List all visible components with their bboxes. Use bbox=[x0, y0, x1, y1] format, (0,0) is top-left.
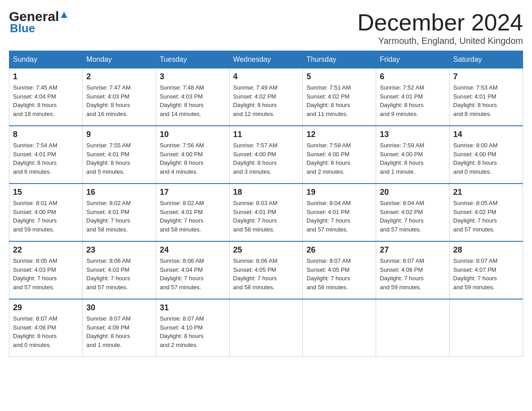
day-info: Sunrise: 8:07 AMSunset: 4:10 PMDaylight:… bbox=[160, 314, 226, 349]
day-info: Sunrise: 8:03 AMSunset: 4:01 PMDaylight:… bbox=[233, 199, 299, 234]
calendar-cell: 24 Sunrise: 8:06 AMSunset: 4:04 PMDaylig… bbox=[156, 241, 229, 299]
day-info: Sunrise: 8:07 AMSunset: 4:09 PMDaylight:… bbox=[86, 314, 152, 349]
day-info: Sunrise: 8:06 AMSunset: 4:05 PMDaylight:… bbox=[233, 257, 299, 291]
svg-marker-0 bbox=[61, 12, 67, 18]
calendar-cell bbox=[303, 299, 376, 357]
day-number: 23 bbox=[86, 245, 152, 255]
day-number: 1 bbox=[13, 72, 79, 81]
calendar-cell: 30 Sunrise: 8:07 AMSunset: 4:09 PMDaylig… bbox=[82, 299, 156, 357]
calendar-cell: 2 Sunrise: 7:47 AMSunset: 4:03 PMDayligh… bbox=[82, 68, 156, 126]
day-number: 14 bbox=[453, 130, 519, 139]
calendar-cell: 19 Sunrise: 8:04 AMSunset: 4:01 PMDaylig… bbox=[303, 184, 376, 241]
calendar-cell: 14 Sunrise: 8:00 AMSunset: 4:00 PMDaylig… bbox=[450, 126, 523, 184]
day-info: Sunrise: 7:48 AMSunset: 4:03 PMDaylight:… bbox=[160, 83, 226, 118]
calendar-cell: 7 Sunrise: 7:53 AMSunset: 4:01 PMDayligh… bbox=[450, 68, 523, 126]
day-info: Sunrise: 8:04 AMSunset: 4:01 PMDaylight:… bbox=[306, 199, 372, 234]
day-number: 8 bbox=[13, 130, 79, 139]
day-info: Sunrise: 7:47 AMSunset: 4:03 PMDaylight:… bbox=[86, 83, 152, 118]
day-info: Sunrise: 8:02 AMSunset: 4:01 PMDaylight:… bbox=[86, 199, 152, 234]
calendar-cell bbox=[376, 299, 450, 357]
day-number: 11 bbox=[233, 130, 299, 139]
day-number: 4 bbox=[233, 72, 299, 81]
calendar-cell: 18 Sunrise: 8:03 AMSunset: 4:01 PMDaylig… bbox=[229, 184, 303, 241]
column-header-tuesday: Tuesday bbox=[156, 51, 229, 68]
calendar-cell bbox=[229, 299, 303, 357]
day-number: 24 bbox=[160, 245, 226, 255]
calendar-cell: 12 Sunrise: 7:58 AMSunset: 4:00 PMDaylig… bbox=[303, 126, 376, 184]
calendar-cell: 4 Sunrise: 7:49 AMSunset: 4:02 PMDayligh… bbox=[229, 68, 303, 126]
logo: General Blue bbox=[9, 9, 69, 35]
day-number: 5 bbox=[306, 72, 372, 81]
calendar-cell: 8 Sunrise: 7:54 AMSunset: 4:01 PMDayligh… bbox=[9, 126, 83, 184]
calendar-table: SundayMondayTuesdayWednesdayThursdayFrid… bbox=[9, 51, 523, 357]
day-info: Sunrise: 7:55 AMSunset: 4:01 PMDaylight:… bbox=[86, 141, 152, 176]
day-info: Sunrise: 8:04 AMSunset: 4:02 PMDaylight:… bbox=[380, 199, 446, 234]
column-header-thursday: Thursday bbox=[303, 51, 376, 68]
day-info: Sunrise: 8:07 AMSunset: 4:08 PMDaylight:… bbox=[13, 314, 79, 349]
column-header-monday: Monday bbox=[82, 51, 156, 68]
day-info: Sunrise: 8:00 AMSunset: 4:00 PMDaylight:… bbox=[453, 141, 519, 176]
day-number: 18 bbox=[233, 188, 299, 197]
week-row-3: 15 Sunrise: 8:01 AMSunset: 4:00 PMDaylig… bbox=[9, 184, 523, 241]
column-header-sunday: Sunday bbox=[9, 51, 83, 68]
logo-triangle-icon bbox=[59, 10, 69, 21]
day-number: 28 bbox=[453, 245, 519, 255]
calendar-cell: 11 Sunrise: 7:57 AMSunset: 4:00 PMDaylig… bbox=[229, 126, 303, 184]
calendar-cell: 9 Sunrise: 7:55 AMSunset: 4:01 PMDayligh… bbox=[82, 126, 156, 184]
location-subtitle: Yarmouth, England, United Kingdom bbox=[357, 36, 523, 46]
day-number: 30 bbox=[86, 303, 152, 313]
calendar-cell: 29 Sunrise: 8:07 AMSunset: 4:08 PMDaylig… bbox=[9, 299, 83, 357]
column-header-wednesday: Wednesday bbox=[229, 51, 303, 68]
day-number: 22 bbox=[13, 245, 79, 255]
day-number: 31 bbox=[160, 303, 226, 313]
day-info: Sunrise: 8:02 AMSunset: 4:01 PMDaylight:… bbox=[160, 199, 226, 234]
calendar-cell: 23 Sunrise: 8:06 AMSunset: 4:03 PMDaylig… bbox=[82, 241, 156, 299]
calendar-cell: 28 Sunrise: 8:07 AMSunset: 4:07 PMDaylig… bbox=[450, 241, 523, 299]
day-info: Sunrise: 8:06 AMSunset: 4:03 PMDaylight:… bbox=[86, 257, 152, 291]
day-info: Sunrise: 7:49 AMSunset: 4:02 PMDaylight:… bbox=[233, 83, 299, 118]
day-number: 6 bbox=[380, 72, 446, 81]
calendar-cell: 20 Sunrise: 8:04 AMSunset: 4:02 PMDaylig… bbox=[376, 184, 450, 241]
day-info: Sunrise: 8:07 AMSunset: 4:05 PMDaylight:… bbox=[306, 257, 372, 291]
day-info: Sunrise: 7:52 AMSunset: 4:01 PMDaylight:… bbox=[380, 83, 446, 118]
calendar-cell: 1 Sunrise: 7:45 AMSunset: 4:04 PMDayligh… bbox=[9, 68, 83, 126]
day-info: Sunrise: 7:51 AMSunset: 4:02 PMDaylight:… bbox=[306, 83, 372, 118]
calendar-cell: 16 Sunrise: 8:02 AMSunset: 4:01 PMDaylig… bbox=[82, 184, 156, 241]
day-number: 27 bbox=[380, 245, 446, 255]
page-header: General Blue December 2024 Yarmouth, Eng… bbox=[9, 9, 523, 46]
day-info: Sunrise: 8:07 AMSunset: 4:06 PMDaylight:… bbox=[380, 257, 446, 291]
day-number: 2 bbox=[86, 72, 152, 81]
day-number: 25 bbox=[233, 245, 299, 255]
calendar-cell: 13 Sunrise: 7:59 AMSunset: 4:00 PMDaylig… bbox=[376, 126, 450, 184]
day-info: Sunrise: 7:53 AMSunset: 4:01 PMDaylight:… bbox=[453, 83, 519, 118]
day-number: 9 bbox=[86, 130, 152, 139]
calendar-cell: 15 Sunrise: 8:01 AMSunset: 4:00 PMDaylig… bbox=[9, 184, 83, 241]
week-row-4: 22 Sunrise: 8:05 AMSunset: 4:03 PMDaylig… bbox=[9, 241, 523, 299]
title-area: December 2024 Yarmouth, England, United … bbox=[357, 9, 523, 46]
calendar-cell: 22 Sunrise: 8:05 AMSunset: 4:03 PMDaylig… bbox=[9, 241, 83, 299]
day-number: 12 bbox=[306, 130, 372, 139]
day-number: 3 bbox=[160, 72, 226, 81]
day-number: 20 bbox=[380, 188, 446, 197]
day-info: Sunrise: 7:57 AMSunset: 4:00 PMDaylight:… bbox=[233, 141, 299, 176]
day-number: 7 bbox=[453, 72, 519, 81]
day-number: 21 bbox=[453, 188, 519, 197]
calendar-cell: 5 Sunrise: 7:51 AMSunset: 4:02 PMDayligh… bbox=[303, 68, 376, 126]
calendar-cell: 25 Sunrise: 8:06 AMSunset: 4:05 PMDaylig… bbox=[229, 241, 303, 299]
day-info: Sunrise: 8:01 AMSunset: 4:00 PMDaylight:… bbox=[13, 199, 79, 234]
week-row-2: 8 Sunrise: 7:54 AMSunset: 4:01 PMDayligh… bbox=[9, 126, 523, 184]
day-number: 26 bbox=[306, 245, 372, 255]
day-info: Sunrise: 7:54 AMSunset: 4:01 PMDaylight:… bbox=[13, 141, 79, 176]
day-info: Sunrise: 7:58 AMSunset: 4:00 PMDaylight:… bbox=[306, 141, 372, 176]
calendar-cell: 31 Sunrise: 8:07 AMSunset: 4:10 PMDaylig… bbox=[156, 299, 229, 357]
day-info: Sunrise: 8:07 AMSunset: 4:07 PMDaylight:… bbox=[453, 257, 519, 291]
column-header-friday: Friday bbox=[376, 51, 450, 68]
day-info: Sunrise: 8:06 AMSunset: 4:04 PMDaylight:… bbox=[160, 257, 226, 291]
day-number: 13 bbox=[380, 130, 446, 139]
day-number: 19 bbox=[306, 188, 372, 197]
day-info: Sunrise: 7:59 AMSunset: 4:00 PMDaylight:… bbox=[380, 141, 446, 176]
day-info: Sunrise: 8:05 AMSunset: 4:03 PMDaylight:… bbox=[13, 257, 79, 291]
column-header-saturday: Saturday bbox=[450, 51, 523, 68]
day-number: 16 bbox=[86, 188, 152, 197]
day-info: Sunrise: 7:56 AMSunset: 4:00 PMDaylight:… bbox=[160, 141, 226, 176]
